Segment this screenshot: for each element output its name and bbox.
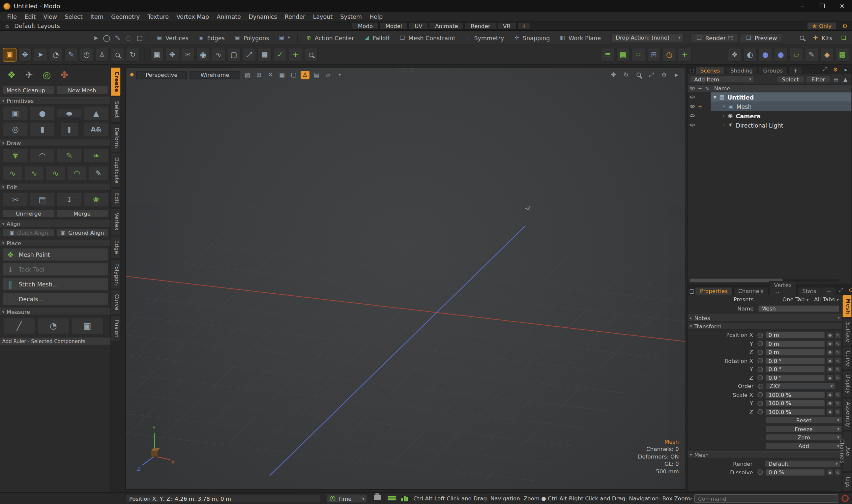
new-mesh-button[interactable]: New Mesh [56,86,108,95]
projection-dropdown[interactable]: Perspective [137,71,187,79]
item-mode-cube-icon[interactable]: ▣ [3,48,17,61]
envelope-icon[interactable]: ∿ [835,400,841,407]
tab-fusion[interactable]: Fusion [111,316,121,342]
visibility-eye-icon[interactable] [689,95,694,98]
panel-gear-icon[interactable]: ⚙ [847,286,852,293]
add-item-dropdown[interactable]: Add Item ▾ [690,75,755,83]
visibility-eye-icon[interactable] [689,114,694,117]
sphere-primitive-button[interactable]: ● [30,106,55,120]
add-channel-icon[interactable]: + [696,104,704,109]
item-label[interactable]: Untitled [727,94,754,100]
work-plane-button[interactable]: ◧ Work Plane [555,32,604,43]
apply-check-icon[interactable]: ✓ [273,48,287,61]
timeline-toggle-icon[interactable] [386,495,398,501]
transform-section-header[interactable]: ▾ Transform [688,323,842,330]
record-macro-icon[interactable] [841,495,849,502]
dome-tool-icon[interactable]: ◎ [42,70,52,80]
camera-add-icon[interactable]: ◉ [196,48,210,61]
place-section-header[interactable]: ▾ Place [0,240,110,247]
side-tab-user-channels[interactable]: User Channels [842,431,851,472]
keyframe-icon[interactable]: ◆ [827,469,834,476]
decals-button[interactable]: Decals... [2,292,108,306]
visibility-eye-icon[interactable] [689,124,694,126]
scale-y-input[interactable]: 100.0 % [765,400,825,407]
paint-select-icon[interactable]: ✎ [113,33,123,42]
menu-view[interactable]: View [39,13,61,20]
channel-state-toggle[interactable] [757,400,763,406]
channel-state-toggle[interactable] [757,349,763,355]
envelope-icon[interactable]: ∿ [835,392,841,398]
name-field[interactable] [758,305,839,312]
scale-z-input[interactable]: 100.0 % [765,409,825,416]
maximize-button[interactable]: ❐ [813,0,832,12]
layer-stack-icon[interactable]: ▤ [616,48,630,61]
draw-section-header[interactable]: ▾ Draw [0,140,110,147]
menu-vertex-map[interactable]: Vertex Map [173,13,213,20]
name-column-header[interactable]: Name [711,85,730,91]
tree-expand-icon[interactable]: ▼ [713,95,717,99]
bezier-tool-button[interactable]: ∿ [24,166,44,180]
cut-icon[interactable]: ✂ [181,48,195,61]
tab-select[interactable]: Select [111,97,121,123]
keyframe-icon[interactable]: ◆ [827,366,834,373]
ellipsoid-primitive-button[interactable]: ● [57,109,82,118]
patch-tool-button[interactable]: ◠ [30,148,55,162]
vertices-mode-button[interactable]: ▣ Vertices [151,32,192,43]
tab-edge[interactable]: Edge [111,236,121,258]
tab-shading[interactable]: Shading [725,67,758,74]
measure-section-header[interactable]: ▾ Measure [0,308,110,316]
gem-icon[interactable]: ◆ [820,48,834,61]
channel-state-toggle[interactable] [757,392,763,398]
tab-create[interactable]: Create [111,67,121,96]
tree-tool-icon[interactable]: ✤ [59,70,69,80]
mask-icon[interactable]: ◐ [743,48,757,61]
search-icon[interactable] [800,36,804,40]
envelope-icon[interactable]: ∿ [835,375,841,381]
only-toggle[interactable]: ★ Only [807,22,836,30]
pen-tool-icon[interactable]: ✎ [64,48,78,61]
channel-state-toggle[interactable] [757,470,763,475]
side-tab-mesh[interactable]: Mesh [842,295,851,318]
text-primitive-button[interactable]: A& [84,122,109,136]
layout-tab-modo[interactable]: Modo [352,22,379,30]
protractor-tool-button[interactable]: ◔ [37,318,69,334]
channel-state-toggle[interactable] [757,341,763,346]
item-label[interactable]: Camera [736,112,760,119]
new-mesh-icon[interactable]: ▣ [150,48,164,61]
notes-section-header[interactable]: ▸ Notes ▾ [688,314,842,322]
side-tab-display[interactable]: Display [842,370,851,397]
shader-sphere2-icon[interactable]: ● [774,48,788,61]
channel-state-toggle[interactable] [757,358,763,364]
channel-state-toggle[interactable] [757,332,763,338]
position-z-input[interactable]: 0 m [765,349,825,356]
time-tool-icon[interactable]: ◷ [80,48,94,61]
expand-icon[interactable]: ⤢ [242,48,256,61]
mesh-section-header[interactable]: ▾ Mesh [688,451,842,458]
keyframe-icon[interactable]: ◆ [827,375,834,381]
filter-funnel-icon[interactable]: ▲ [841,75,849,83]
edit-pen-icon[interactable]: ✎ [805,48,819,61]
tab-groups[interactable]: Groups [758,67,787,74]
kits-button[interactable]: ✤ Kits [810,32,835,43]
keyframe-icon[interactable]: ◆ [827,332,834,339]
leaf-tool-button[interactable]: ❧ [84,148,109,162]
unmerge-button[interactable]: Unmerge [2,209,55,218]
uv-grid-icon[interactable]: ▩ [835,48,849,61]
freeze-button[interactable]: Freeze ▾ [765,425,842,432]
folders-icon[interactable]: ▱ [790,48,803,61]
add-props-tab-button[interactable]: + [822,287,836,295]
axes-icon[interactable]: ✥ [165,48,179,61]
graph-toggle-icon[interactable] [401,495,409,501]
table-row[interactable]: + • ▣ Mesh [688,102,851,111]
zoom-tool-icon[interactable] [110,48,124,61]
drop-action-dropdown[interactable]: Drop Action: (none) ▾ [611,33,684,42]
mesh-cleanup-button[interactable]: Mesh Cleanup... [2,86,55,95]
zero-button[interactable]: Zero ▾ [765,434,842,441]
horizontal-scrollbar[interactable] [690,279,839,282]
maximize-view-icon[interactable]: ⤢ [647,71,656,79]
tab-deform[interactable]: Deform [111,123,121,152]
close-button[interactable]: ✕ [832,0,852,12]
back-page-icon[interactable]: ▱ [324,71,332,79]
side-tab-tags[interactable]: Tags [842,472,851,491]
menu-layout[interactable]: Layout [309,13,337,20]
